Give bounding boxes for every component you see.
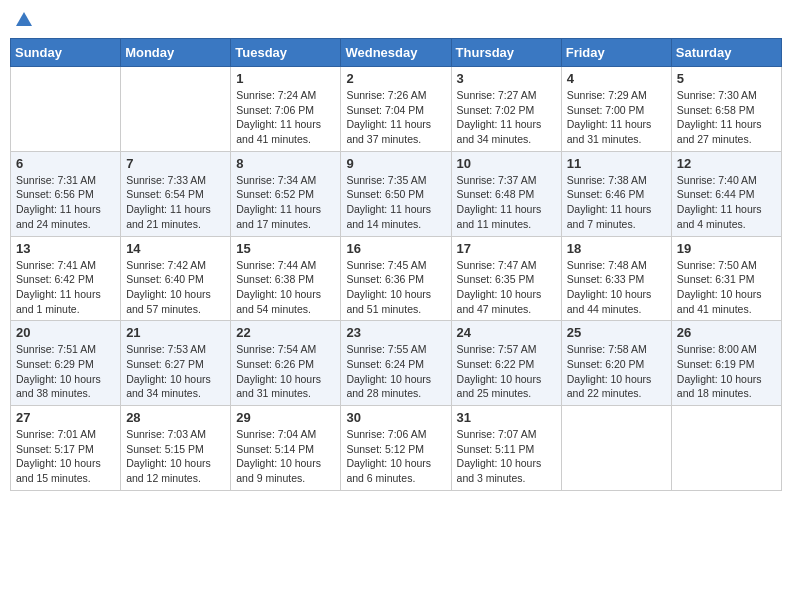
- calendar-cell: 1Sunrise: 7:24 AMSunset: 7:06 PMDaylight…: [231, 67, 341, 152]
- calendar-cell: [11, 67, 121, 152]
- calendar-week-row: 27Sunrise: 7:01 AMSunset: 5:17 PMDayligh…: [11, 406, 782, 491]
- calendar-week-row: 6Sunrise: 7:31 AMSunset: 6:56 PMDaylight…: [11, 151, 782, 236]
- day-info: Sunrise: 7:38 AMSunset: 6:46 PMDaylight:…: [567, 174, 652, 230]
- day-info: Sunrise: 7:35 AMSunset: 6:50 PMDaylight:…: [346, 174, 431, 230]
- day-number: 5: [677, 71, 776, 86]
- day-number: 31: [457, 410, 556, 425]
- day-number: 13: [16, 241, 115, 256]
- calendar-cell: 21Sunrise: 7:53 AMSunset: 6:27 PMDayligh…: [121, 321, 231, 406]
- day-info: Sunrise: 7:45 AMSunset: 6:36 PMDaylight:…: [346, 259, 431, 315]
- calendar-table: SundayMondayTuesdayWednesdayThursdayFrid…: [10, 38, 782, 491]
- day-info: Sunrise: 7:30 AMSunset: 6:58 PMDaylight:…: [677, 89, 762, 145]
- day-number: 12: [677, 156, 776, 171]
- calendar-cell: 6Sunrise: 7:31 AMSunset: 6:56 PMDaylight…: [11, 151, 121, 236]
- day-number: 15: [236, 241, 335, 256]
- day-info: Sunrise: 7:57 AMSunset: 6:22 PMDaylight:…: [457, 343, 542, 399]
- day-number: 22: [236, 325, 335, 340]
- day-number: 20: [16, 325, 115, 340]
- day-info: Sunrise: 7:53 AMSunset: 6:27 PMDaylight:…: [126, 343, 211, 399]
- day-info: Sunrise: 7:58 AMSunset: 6:20 PMDaylight:…: [567, 343, 652, 399]
- calendar-cell: 10Sunrise: 7:37 AMSunset: 6:48 PMDayligh…: [451, 151, 561, 236]
- calendar-cell: 13Sunrise: 7:41 AMSunset: 6:42 PMDayligh…: [11, 236, 121, 321]
- day-info: Sunrise: 7:01 AMSunset: 5:17 PMDaylight:…: [16, 428, 101, 484]
- day-number: 3: [457, 71, 556, 86]
- weekday-header-tuesday: Tuesday: [231, 39, 341, 67]
- calendar-cell: 29Sunrise: 7:04 AMSunset: 5:14 PMDayligh…: [231, 406, 341, 491]
- day-info: Sunrise: 7:51 AMSunset: 6:29 PMDaylight:…: [16, 343, 101, 399]
- weekday-header-wednesday: Wednesday: [341, 39, 451, 67]
- day-info: Sunrise: 7:40 AMSunset: 6:44 PMDaylight:…: [677, 174, 762, 230]
- calendar-cell: 23Sunrise: 7:55 AMSunset: 6:24 PMDayligh…: [341, 321, 451, 406]
- weekday-header-monday: Monday: [121, 39, 231, 67]
- day-number: 10: [457, 156, 556, 171]
- calendar-cell: 27Sunrise: 7:01 AMSunset: 5:17 PMDayligh…: [11, 406, 121, 491]
- calendar-cell: 17Sunrise: 7:47 AMSunset: 6:35 PMDayligh…: [451, 236, 561, 321]
- day-number: 23: [346, 325, 445, 340]
- day-info: Sunrise: 7:04 AMSunset: 5:14 PMDaylight:…: [236, 428, 321, 484]
- calendar-cell: 3Sunrise: 7:27 AMSunset: 7:02 PMDaylight…: [451, 67, 561, 152]
- calendar-cell: [561, 406, 671, 491]
- calendar-cell: 7Sunrise: 7:33 AMSunset: 6:54 PMDaylight…: [121, 151, 231, 236]
- day-number: 28: [126, 410, 225, 425]
- day-info: Sunrise: 7:44 AMSunset: 6:38 PMDaylight:…: [236, 259, 321, 315]
- day-number: 17: [457, 241, 556, 256]
- day-number: 2: [346, 71, 445, 86]
- calendar-cell: 25Sunrise: 7:58 AMSunset: 6:20 PMDayligh…: [561, 321, 671, 406]
- weekday-header-row: SundayMondayTuesdayWednesdayThursdayFrid…: [11, 39, 782, 67]
- calendar-cell: 14Sunrise: 7:42 AMSunset: 6:40 PMDayligh…: [121, 236, 231, 321]
- calendar-cell: 2Sunrise: 7:26 AMSunset: 7:04 PMDaylight…: [341, 67, 451, 152]
- day-number: 25: [567, 325, 666, 340]
- day-info: Sunrise: 7:37 AMSunset: 6:48 PMDaylight:…: [457, 174, 542, 230]
- calendar-cell: 24Sunrise: 7:57 AMSunset: 6:22 PMDayligh…: [451, 321, 561, 406]
- day-number: 24: [457, 325, 556, 340]
- day-number: 27: [16, 410, 115, 425]
- day-info: Sunrise: 7:06 AMSunset: 5:12 PMDaylight:…: [346, 428, 431, 484]
- logo: [14, 10, 34, 34]
- calendar-cell: 16Sunrise: 7:45 AMSunset: 6:36 PMDayligh…: [341, 236, 451, 321]
- page-header: [10, 10, 782, 34]
- day-info: Sunrise: 8:00 AMSunset: 6:19 PMDaylight:…: [677, 343, 762, 399]
- svg-marker-0: [16, 12, 32, 26]
- calendar-cell: 8Sunrise: 7:34 AMSunset: 6:52 PMDaylight…: [231, 151, 341, 236]
- calendar-cell: 20Sunrise: 7:51 AMSunset: 6:29 PMDayligh…: [11, 321, 121, 406]
- calendar-cell: [121, 67, 231, 152]
- day-number: 11: [567, 156, 666, 171]
- calendar-cell: [671, 406, 781, 491]
- weekday-header-saturday: Saturday: [671, 39, 781, 67]
- calendar-cell: 12Sunrise: 7:40 AMSunset: 6:44 PMDayligh…: [671, 151, 781, 236]
- day-info: Sunrise: 7:07 AMSunset: 5:11 PMDaylight:…: [457, 428, 542, 484]
- day-info: Sunrise: 7:54 AMSunset: 6:26 PMDaylight:…: [236, 343, 321, 399]
- calendar-cell: 5Sunrise: 7:30 AMSunset: 6:58 PMDaylight…: [671, 67, 781, 152]
- day-info: Sunrise: 7:50 AMSunset: 6:31 PMDaylight:…: [677, 259, 762, 315]
- weekday-header-friday: Friday: [561, 39, 671, 67]
- day-info: Sunrise: 7:34 AMSunset: 6:52 PMDaylight:…: [236, 174, 321, 230]
- day-number: 16: [346, 241, 445, 256]
- day-number: 19: [677, 241, 776, 256]
- day-info: Sunrise: 7:29 AMSunset: 7:00 PMDaylight:…: [567, 89, 652, 145]
- day-info: Sunrise: 7:03 AMSunset: 5:15 PMDaylight:…: [126, 428, 211, 484]
- day-number: 1: [236, 71, 335, 86]
- day-number: 9: [346, 156, 445, 171]
- calendar-week-row: 1Sunrise: 7:24 AMSunset: 7:06 PMDaylight…: [11, 67, 782, 152]
- calendar-cell: 4Sunrise: 7:29 AMSunset: 7:00 PMDaylight…: [561, 67, 671, 152]
- day-number: 30: [346, 410, 445, 425]
- calendar-cell: 28Sunrise: 7:03 AMSunset: 5:15 PMDayligh…: [121, 406, 231, 491]
- calendar-cell: 15Sunrise: 7:44 AMSunset: 6:38 PMDayligh…: [231, 236, 341, 321]
- calendar-cell: 9Sunrise: 7:35 AMSunset: 6:50 PMDaylight…: [341, 151, 451, 236]
- calendar-cell: 26Sunrise: 8:00 AMSunset: 6:19 PMDayligh…: [671, 321, 781, 406]
- logo-icon: [14, 10, 34, 30]
- day-number: 26: [677, 325, 776, 340]
- day-info: Sunrise: 7:24 AMSunset: 7:06 PMDaylight:…: [236, 89, 321, 145]
- calendar-week-row: 13Sunrise: 7:41 AMSunset: 6:42 PMDayligh…: [11, 236, 782, 321]
- day-info: Sunrise: 7:41 AMSunset: 6:42 PMDaylight:…: [16, 259, 101, 315]
- day-number: 14: [126, 241, 225, 256]
- calendar-cell: 22Sunrise: 7:54 AMSunset: 6:26 PMDayligh…: [231, 321, 341, 406]
- weekday-header-sunday: Sunday: [11, 39, 121, 67]
- day-info: Sunrise: 7:48 AMSunset: 6:33 PMDaylight:…: [567, 259, 652, 315]
- calendar-week-row: 20Sunrise: 7:51 AMSunset: 6:29 PMDayligh…: [11, 321, 782, 406]
- day-info: Sunrise: 7:31 AMSunset: 6:56 PMDaylight:…: [16, 174, 101, 230]
- day-info: Sunrise: 7:55 AMSunset: 6:24 PMDaylight:…: [346, 343, 431, 399]
- calendar-cell: 30Sunrise: 7:06 AMSunset: 5:12 PMDayligh…: [341, 406, 451, 491]
- calendar-cell: 11Sunrise: 7:38 AMSunset: 6:46 PMDayligh…: [561, 151, 671, 236]
- day-number: 29: [236, 410, 335, 425]
